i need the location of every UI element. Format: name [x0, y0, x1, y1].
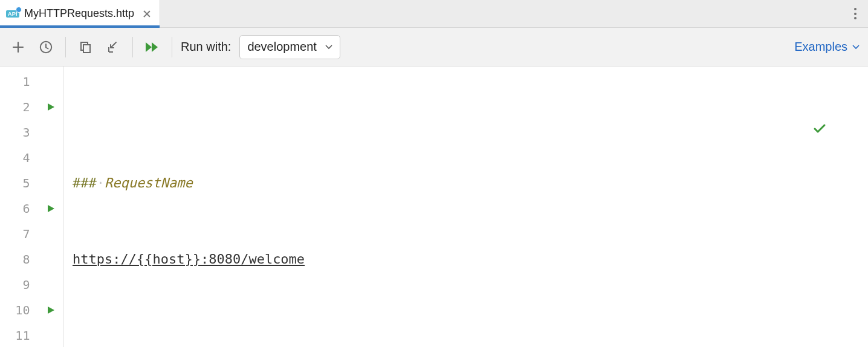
- file-tab-bar: API MyHTTPRequests.http: [0, 0, 868, 28]
- run-line-icon[interactable]: [38, 204, 63, 213]
- line-number: 8: [0, 252, 38, 267]
- run-with-label: Run with:: [181, 40, 231, 54]
- editor-toolbar: Run with: development Examples: [0, 28, 868, 66]
- chevron-down-icon: [852, 45, 860, 50]
- run-line-icon[interactable]: [38, 102, 63, 112]
- code-area[interactable]: ###·RequestName https://{{host}}:8080/we…: [64, 66, 868, 347]
- line-number: 5: [0, 176, 38, 190]
- editor: 1 2 3 4 5 6 7 8 9 10 11 ###·RequestName …: [0, 66, 868, 347]
- run-all-button[interactable]: [143, 37, 162, 57]
- environment-select[interactable]: development: [239, 35, 340, 59]
- line-number: 1: [0, 74, 38, 89]
- examples-link[interactable]: Examples: [794, 40, 847, 54]
- inspection-ok-icon[interactable]: [813, 71, 861, 186]
- line-number: 10: [0, 303, 38, 317]
- add-button[interactable]: [8, 37, 28, 57]
- import-button[interactable]: [103, 37, 123, 57]
- gutter: 1 2 3 4 5 6 7 8 9 10 11: [0, 66, 64, 347]
- code-line: ###·RequestName: [73, 170, 863, 196]
- line-number: 4: [0, 151, 38, 165]
- code-line: [73, 323, 863, 347]
- copy-button[interactable]: [76, 37, 95, 57]
- environment-value: development: [247, 40, 317, 54]
- run-line-icon[interactable]: [38, 305, 63, 315]
- line-number: 6: [0, 201, 38, 216]
- line-number: 7: [0, 227, 38, 241]
- history-button[interactable]: [36, 37, 56, 57]
- line-number: 2: [0, 100, 38, 114]
- file-tab[interactable]: API MyHTTPRequests.http: [0, 0, 160, 27]
- more-icon[interactable]: [850, 6, 861, 22]
- line-number: 11: [0, 328, 38, 343]
- chevron-down-icon: [325, 45, 332, 50]
- line-number: 3: [0, 125, 38, 140]
- svg-rect-2: [83, 45, 90, 53]
- line-number: 9: [0, 277, 38, 292]
- code-line: https://{{host}}:8080/welcome: [73, 247, 863, 272]
- file-tab-title: MyHTTPRequests.http: [24, 7, 134, 20]
- toolbar-separator: [65, 37, 66, 57]
- toolbar-separator: [172, 37, 172, 57]
- toolbar-separator: [132, 37, 133, 57]
- api-icon: API: [6, 10, 19, 18]
- close-icon[interactable]: [143, 10, 151, 18]
